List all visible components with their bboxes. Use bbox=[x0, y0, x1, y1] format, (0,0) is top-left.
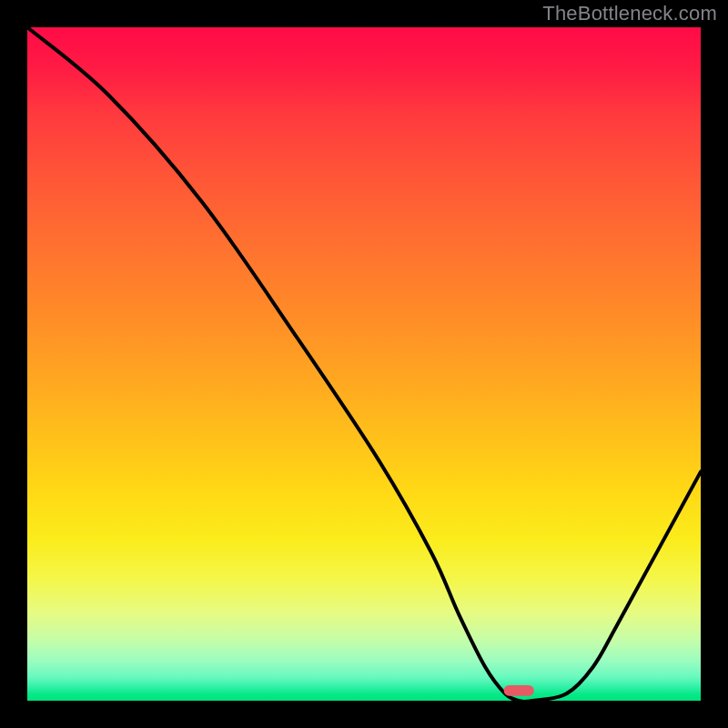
watermark-text: TheBottleneck.com bbox=[542, 2, 717, 25]
bottleneck-curve bbox=[27, 27, 701, 701]
curve-layer bbox=[27, 27, 701, 701]
marker-layer bbox=[504, 685, 534, 696]
optimum-pill bbox=[504, 685, 534, 696]
curve-svg bbox=[27, 27, 701, 701]
chart-frame: TheBottleneck.com bbox=[0, 0, 728, 728]
